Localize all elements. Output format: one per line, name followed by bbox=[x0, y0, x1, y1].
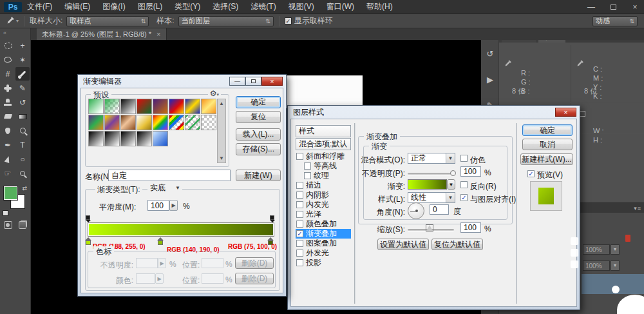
healing-brush-tool[interactable] bbox=[1, 81, 15, 95]
smoothness-popup-arrow[interactable]: ▶ bbox=[169, 200, 178, 211]
opacity-slider[interactable] bbox=[408, 173, 454, 175]
angle-input[interactable]: 0 bbox=[430, 204, 449, 215]
style-checkbox[interactable] bbox=[296, 259, 303, 266]
style-item[interactable]: 外发光 bbox=[296, 248, 351, 258]
reverse-checkbox[interactable] bbox=[460, 181, 468, 188]
dropdown-icon[interactable]: ▾ bbox=[611, 260, 620, 271]
eraser-tool[interactable] bbox=[1, 110, 15, 123]
path-selection-tool[interactable] bbox=[1, 152, 15, 166]
scroll-down-icon[interactable]: ▼ bbox=[219, 155, 224, 161]
stop-opacity-input[interactable] bbox=[136, 258, 158, 268]
gradient-type-select[interactable]: 实底▼ bbox=[147, 182, 182, 193]
magic-wand-tool[interactable]: ✶ bbox=[15, 53, 30, 66]
dropdown-icon[interactable]: ▾ bbox=[611, 244, 620, 255]
toolbar-collapse-icon[interactable]: « bbox=[0, 28, 30, 37]
style-item[interactable]: 纹理 bbox=[296, 171, 351, 181]
style-checkbox[interactable]: ✓ bbox=[296, 230, 303, 237]
name-input[interactable]: 自定 bbox=[108, 170, 231, 181]
quick-mask-icon[interactable] bbox=[4, 221, 12, 229]
gradient-preset[interactable] bbox=[137, 131, 152, 146]
scale-input[interactable]: 100 bbox=[460, 222, 481, 233]
save-button[interactable]: 存储(S)... bbox=[236, 143, 281, 155]
dropdown-icon[interactable]: ▼ bbox=[446, 153, 455, 163]
minimize-icon[interactable]: — bbox=[585, 3, 598, 12]
style-checkbox[interactable] bbox=[296, 211, 303, 218]
eyedropper-preset-icon[interactable] bbox=[6, 16, 15, 26]
presets-scrollbar[interactable]: ▲ ▼ bbox=[217, 99, 226, 163]
close-icon[interactable]: × bbox=[555, 108, 576, 117]
preview-checkbox[interactable]: ✓ bbox=[527, 170, 535, 177]
restore-icon[interactable] bbox=[245, 77, 261, 86]
crop-tool[interactable]: # bbox=[1, 67, 15, 81]
color-stop[interactable] bbox=[157, 237, 164, 245]
menu-item[interactable]: 图层(L) bbox=[138, 1, 163, 12]
opacity-select[interactable]: 100%▾ bbox=[583, 244, 610, 255]
gradient-preset[interactable] bbox=[88, 131, 104, 146]
style-item[interactable]: 颜色叠加 bbox=[296, 219, 351, 229]
gradient-preview-bar[interactable] bbox=[88, 222, 274, 237]
menu-item[interactable]: 窗口(W) bbox=[327, 1, 354, 12]
default-colors-icon[interactable] bbox=[3, 210, 8, 216]
style-item[interactable]: 投影 bbox=[296, 258, 351, 268]
opacity-slider-thumb[interactable] bbox=[450, 170, 456, 176]
opacity-stop[interactable] bbox=[269, 215, 275, 221]
screen-mode-icon[interactable] bbox=[19, 221, 27, 229]
gradient-preset[interactable] bbox=[88, 99, 104, 114]
scale-slider-thumb[interactable] bbox=[426, 225, 433, 231]
ok-button[interactable]: 确定 bbox=[236, 96, 281, 108]
gradient-preset[interactable] bbox=[201, 115, 216, 130]
stop-color-swatch[interactable] bbox=[136, 273, 155, 284]
actions-panel-icon[interactable]: ▶ bbox=[481, 71, 499, 88]
blending-options-item[interactable]: 混合选项:默认 bbox=[296, 138, 351, 150]
gradient-preset[interactable] bbox=[104, 131, 120, 146]
ok-button[interactable]: 确定 bbox=[522, 124, 573, 136]
close-icon[interactable]: × bbox=[261, 77, 283, 86]
menu-item[interactable]: 视图(V) bbox=[289, 1, 314, 12]
gradient-preset[interactable] bbox=[153, 131, 168, 146]
gradient-preset[interactable] bbox=[88, 115, 104, 130]
pen-tool[interactable]: ✒ bbox=[1, 138, 15, 152]
stop-color-arrow[interactable]: ▶ bbox=[155, 273, 164, 284]
gear-icon[interactable]: ⚙▾ bbox=[208, 89, 221, 98]
foreground-color-swatch[interactable] bbox=[4, 186, 17, 200]
sample-size-select[interactable]: 取样点⇅ bbox=[66, 16, 149, 26]
gradient-tool[interactable] bbox=[15, 110, 30, 123]
gradient-preset[interactable] bbox=[153, 115, 168, 130]
menu-item[interactable]: 图像(I) bbox=[102, 1, 125, 12]
restore-icon[interactable] bbox=[607, 3, 620, 12]
gradient-picker-arrow[interactable]: ▼ bbox=[447, 179, 455, 190]
move-tool[interactable]: + bbox=[15, 39, 30, 52]
show-ring-checkbox[interactable]: ✓ bbox=[285, 17, 292, 25]
menu-item[interactable]: 类型(Y) bbox=[175, 1, 200, 12]
make-default-button[interactable]: 设置为默认值 bbox=[377, 239, 429, 250]
style-item[interactable]: 斜面和浮雕 bbox=[296, 152, 351, 161]
clone-stamp-tool[interactable] bbox=[1, 95, 15, 109]
gradient-preset[interactable] bbox=[137, 99, 152, 114]
reset-button[interactable]: 复位 bbox=[236, 111, 281, 123]
history-panel-icon[interactable]: ↺ bbox=[481, 45, 499, 62]
opacity-input[interactable]: 100 bbox=[460, 166, 481, 177]
load-button[interactable]: 载入(L)... bbox=[236, 128, 281, 141]
gradient-preset[interactable] bbox=[137, 115, 152, 130]
style-checkbox[interactable] bbox=[304, 162, 311, 170]
panel-menu-icon[interactable]: ▾≡ bbox=[634, 205, 641, 211]
style-checkbox[interactable] bbox=[296, 250, 303, 257]
history-brush-tool[interactable]: ↺ bbox=[15, 95, 30, 109]
cancel-button[interactable]: 取消 bbox=[522, 139, 573, 150]
stop-opacity-arrow[interactable]: ▶ bbox=[158, 258, 166, 268]
dropdown-icon[interactable]: ▼ bbox=[446, 193, 455, 202]
style-checkbox[interactable] bbox=[296, 221, 303, 228]
menu-item[interactable]: 编辑(E) bbox=[64, 1, 90, 12]
style-item[interactable]: 描边 bbox=[296, 181, 351, 190]
gradient-preset[interactable] bbox=[185, 115, 200, 130]
stop-location-input[interactable] bbox=[202, 258, 223, 268]
swap-colors-icon[interactable]: ⇄ bbox=[22, 185, 27, 191]
brush-tool[interactable]: ✎ bbox=[15, 81, 30, 95]
style-item[interactable]: 内阴影 bbox=[296, 190, 351, 200]
delete-opacity-stop-button[interactable]: 删除(D) bbox=[235, 257, 274, 269]
scroll-up-icon[interactable]: ▲ bbox=[219, 101, 224, 106]
eyedropper-tool[interactable] bbox=[15, 67, 30, 81]
style-item[interactable]: 光泽 bbox=[296, 210, 351, 219]
reset-default-button[interactable]: 复位为默认值 bbox=[431, 239, 483, 250]
style-checkbox[interactable] bbox=[296, 201, 303, 208]
